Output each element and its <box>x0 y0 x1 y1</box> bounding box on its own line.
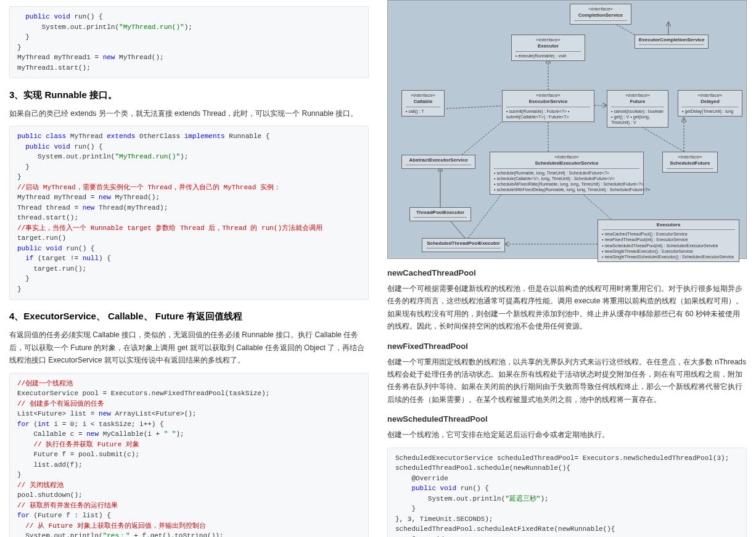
para-4: 有返回值的任务必须实现 Callable 接口，类似的，无返回值的任务必须 Ru… <box>9 329 369 366</box>
uml-executor-completion-service: ExecutorCompletionService <box>635 35 709 49</box>
uml-executor: «interface»Executor• execute(Runnable) :… <box>511 35 585 61</box>
newcached-heading: newCachedThreadPool <box>387 268 747 277</box>
para-3: 如果自己的类已经 extends 另一个类，就无法直接 extends Thre… <box>9 107 369 120</box>
uml-delayed: «interface»Delayed• getDelay(TimeUnit) :… <box>678 90 742 117</box>
newfixed-heading: newFixedThreadPool <box>387 342 747 351</box>
heading-4: 4、ExecutorService、 Callable、 Future 有返回值… <box>9 311 369 322</box>
uml-future: «interface»Future• cancel(boolean) : boo… <box>607 90 668 128</box>
newscheduled-heading: newScheduledThreadPool <box>387 414 747 424</box>
uml-callable: «interface»Callable• call() : T <box>401 90 445 117</box>
uml-abstract-executor-service: AbstractExecutorService <box>401 155 475 169</box>
uml-executors: Executors• newCachedThreadPool() : Execu… <box>598 219 739 262</box>
newscheduled-para: 创建一个线程池，它可安排在给定延迟后运行命令或者定期地执行。 <box>387 428 747 441</box>
newfixed-para: 创建一个可重用固定线程数的线程池，以共享的无界队列方式来运行这些线程。在任意点，… <box>387 356 747 406</box>
code-block-5: ScheduledExecutorService scheduledThread… <box>387 448 747 537</box>
newcached-para: 创建一个可根据需要创建新线程的线程池，但是在以前构造的线程可用时将重用它们。对于… <box>387 282 747 333</box>
heading-3: 3、实现 Runnable 接口。 <box>9 89 369 101</box>
code-block-2: public class MyThread extends OtherClass… <box>9 126 369 300</box>
uml-scheduled-future: «interface»ScheduledFuture <box>662 152 718 173</box>
uml-completion-service: «interface»CompletionService <box>570 4 631 25</box>
uml-scheduled-executor-service: «interface»ScheduledExecutorService• sch… <box>490 152 644 195</box>
uml-thread-pool-executor: ThreadPoolExecutor <box>409 207 471 221</box>
uml-executor-service: «interface»ExecutorService• submit(Runna… <box>502 90 594 122</box>
code-block-3: //创建一个线程池 ExecutorService pool = Executo… <box>9 373 369 537</box>
code-block-1: public void run() { System.out.println("… <box>9 6 369 78</box>
uml-diagram: «interface»CompletionService «interface»… <box>387 0 747 259</box>
left-column: public void run() { System.out.println("… <box>0 0 378 537</box>
uml-scheduled-thread-pool-executor: ScheduledThreadPoolExecutor <box>422 238 505 252</box>
right-column: «interface»CompletionService «interface»… <box>378 0 756 537</box>
